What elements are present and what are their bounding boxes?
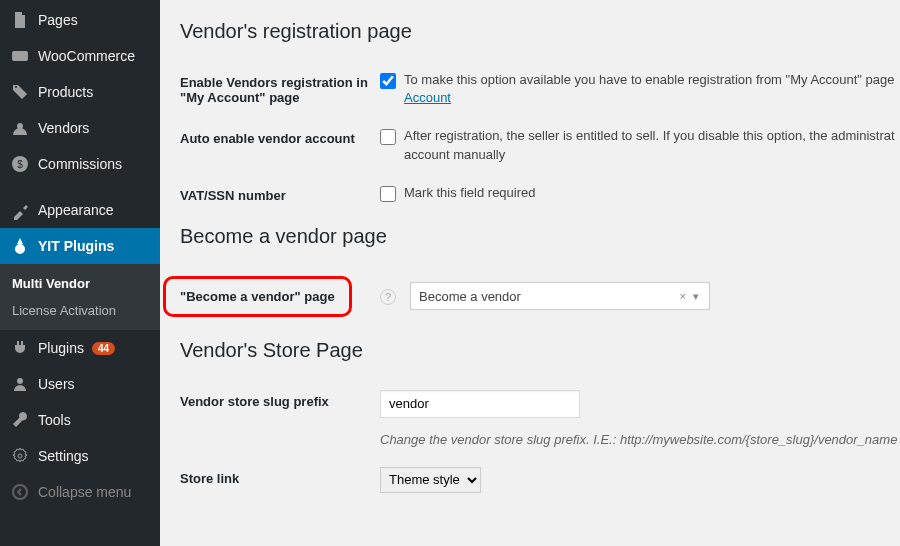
checkbox-vat[interactable]	[380, 186, 396, 202]
desc-enable-registration: To make this option available you have t…	[404, 71, 895, 107]
svg-rect-0	[12, 51, 28, 61]
label-slug: Vendor store slug prefix	[180, 390, 380, 409]
sidebar-item-settings[interactable]: Settings	[0, 438, 160, 474]
woocommerce-icon	[10, 46, 30, 66]
plugins-badge: 44	[92, 342, 115, 355]
row-slug: Vendor store slug prefix Change the vend…	[180, 380, 900, 457]
select-become-page[interactable]: Become a vendor × ▾	[410, 282, 710, 310]
vendors-icon	[10, 118, 30, 138]
sidebar-label: Commissions	[38, 156, 122, 172]
admin-sidebar: Pages WooCommerce Products Vendors $ Com…	[0, 0, 160, 546]
label-become-page: "Become a vendor" page	[163, 276, 352, 317]
desc-vat: Mark this field required	[404, 184, 536, 202]
sidebar-label: Users	[38, 376, 75, 392]
svg-point-4	[13, 485, 27, 499]
sidebar-sub-multi-vendor[interactable]: Multi Vendor	[0, 270, 160, 297]
sidebar-label: Pages	[38, 12, 78, 28]
sidebar-sub-license[interactable]: License Activation	[0, 297, 160, 324]
plugins-icon	[10, 338, 30, 358]
select-storelink[interactable]: Theme style	[380, 467, 481, 493]
settings-icon	[10, 446, 30, 466]
row-vat: VAT/SSN number Mark this field required	[180, 174, 900, 213]
collapse-icon	[10, 482, 30, 502]
row-enable-registration: Enable Vendors registration in "My Accou…	[180, 61, 900, 117]
sidebar-item-users[interactable]: Users	[0, 366, 160, 402]
sidebar-label: Plugins	[38, 340, 84, 356]
svg-text:$: $	[17, 159, 23, 170]
sidebar-label: Products	[38, 84, 93, 100]
label-storelink: Store link	[180, 467, 380, 486]
desc-auto-enable: After registration, the seller is entitl…	[404, 127, 900, 163]
pages-icon	[10, 10, 30, 30]
sidebar-label: Tools	[38, 412, 71, 428]
main-content: Vendor's registration page Enable Vendor…	[160, 0, 900, 546]
sidebar-label: Collapse menu	[38, 484, 131, 500]
sidebar-label: WooCommerce	[38, 48, 135, 64]
tools-icon	[10, 410, 30, 430]
help-icon[interactable]: ?	[380, 289, 396, 305]
select-controls: × ▾	[680, 290, 701, 303]
row-become-page: "Become a vendor" page ? Become a vendor…	[180, 266, 900, 327]
svg-point-3	[17, 378, 23, 384]
row-auto-enable: Auto enable vendor account After registr…	[180, 117, 900, 173]
sidebar-item-appearance[interactable]: Appearance	[0, 192, 160, 228]
label-vat: VAT/SSN number	[180, 184, 380, 203]
section-title-become: Become a vendor page	[180, 225, 900, 248]
sidebar-submenu: Multi Vendor License Activation	[0, 264, 160, 330]
checkbox-auto-enable[interactable]	[380, 129, 396, 145]
yit-icon	[10, 236, 30, 256]
section-title-registration: Vendor's registration page	[180, 20, 900, 43]
section-title-store: Vendor's Store Page	[180, 339, 900, 362]
sidebar-label: Vendors	[38, 120, 89, 136]
appearance-icon	[10, 200, 30, 220]
label-auto-enable: Auto enable vendor account	[180, 127, 380, 146]
sidebar-item-yit-plugins[interactable]: YIT Plugins	[0, 228, 160, 264]
sidebar-item-vendors[interactable]: Vendors	[0, 110, 160, 146]
users-icon	[10, 374, 30, 394]
sidebar-label: Settings	[38, 448, 89, 464]
row-storelink: Store link Theme style	[180, 457, 900, 503]
link-account[interactable]: Account	[404, 90, 451, 105]
input-slug[interactable]	[380, 390, 580, 418]
label-enable-registration: Enable Vendors registration in "My Accou…	[180, 71, 380, 105]
sidebar-item-pages[interactable]: Pages	[0, 2, 160, 38]
sidebar-label: Appearance	[38, 202, 114, 218]
hint-slug: Change the vendor store slug prefix. I.E…	[380, 432, 897, 447]
checkbox-enable-registration[interactable]	[380, 73, 396, 89]
products-icon	[10, 82, 30, 102]
select-value: Become a vendor	[419, 289, 521, 304]
sidebar-item-collapse[interactable]: Collapse menu	[0, 474, 160, 510]
commissions-icon: $	[10, 154, 30, 174]
sidebar-item-products[interactable]: Products	[0, 74, 160, 110]
sidebar-item-plugins[interactable]: Plugins 44	[0, 330, 160, 366]
sidebar-item-woocommerce[interactable]: WooCommerce	[0, 38, 160, 74]
sidebar-label: YIT Plugins	[38, 238, 114, 254]
sidebar-item-commissions[interactable]: $ Commissions	[0, 146, 160, 182]
sidebar-item-tools[interactable]: Tools	[0, 402, 160, 438]
